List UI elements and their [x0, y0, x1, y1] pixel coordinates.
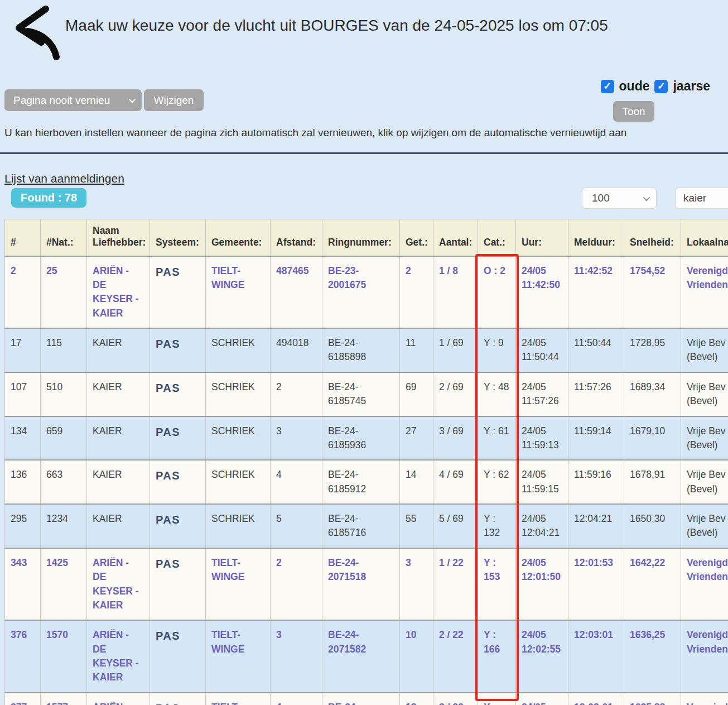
cell-num: 2 [5, 256, 41, 329]
refresh-info-text: U kan hierboven instellen wanneer de pag… [4, 127, 626, 139]
cell-gemeente: SCHRIEK [206, 372, 271, 416]
cell-melduur: 11:59:14 [568, 416, 624, 461]
col-header-systeem: Systeem: [150, 219, 206, 256]
cell-nat: 25 [41, 256, 87, 329]
cell-naam-liefhebber: KAIER [87, 460, 150, 504]
col-header-cat: Cat.: [478, 219, 516, 256]
cell-afstand: 3 [271, 620, 322, 693]
cell-naam-liefhebber: ARIËN - DE KEYSER - KAIER [87, 548, 150, 621]
back-arrow-icon[interactable] [6, 2, 61, 60]
found-count-badge: Found : 78 [11, 188, 86, 208]
cell-cat: Y : 62 [478, 460, 516, 504]
cell-naam-liefhebber: KAIER [87, 372, 150, 416]
cell-uur: 24/05 11:42:50 [516, 256, 568, 329]
cell-nat: 1234 [41, 504, 87, 548]
cell-naam-liefhebber: KAIER [87, 504, 150, 548]
cell-lokaalnaam: Verenigde Vrienden [681, 256, 728, 329]
cell-snelheid: 1678,91 [624, 460, 681, 504]
col-header-num: # [5, 219, 41, 256]
cell-snelheid: 1642,22 [624, 548, 681, 621]
table-row: 134 659 KAIER PAS SCHRIEK 3 BE-24-618593… [5, 416, 728, 461]
cell-aantal: 1 / 69 [433, 328, 478, 372]
cell-num: 134 [5, 416, 41, 461]
age-filter-group: ✓ oude ✓ jaarse [601, 79, 710, 94]
oude-checkbox[interactable]: ✓ [601, 80, 614, 93]
page-title: Maak uw keuze voor de vlucht uit BOURGES… [65, 17, 608, 35]
cell-aantal: 3 / 69 [433, 416, 478, 461]
check-icon: ✓ [603, 81, 611, 91]
cell-afstand: 487465 [271, 256, 322, 329]
cell-num: 17 [5, 328, 41, 372]
pas-logo: PAS [150, 328, 206, 372]
col-header-snelheid: Snelheid: [624, 219, 681, 256]
cell-aantal: 2 / 22 [433, 620, 478, 693]
cell-num: 107 [5, 372, 41, 416]
cell-melduur: 11:42:52 [568, 256, 624, 329]
page-size-select[interactable]: 100 [582, 188, 657, 209]
cell-cat: Y : 132 [478, 504, 516, 548]
refresh-interval-select[interactable]: Pagina nooit vernieu [4, 89, 142, 111]
table-row: 17 115 KAIER PAS SCHRIEK 494018 BE-24-61… [5, 328, 728, 372]
cell-aantal: 5 / 69 [433, 504, 478, 548]
cell-naam-liefhebber: ARIËN - DE KEYSER - KAIER [87, 620, 150, 693]
cell-snelheid: 1689,34 [624, 372, 681, 416]
oude-label: oude [619, 79, 650, 94]
cell-naam-liefhebber: ARIËN - DE KEYSER - KAIER [87, 693, 150, 705]
cell-num: 343 [5, 548, 41, 621]
cell-gemeente: TIELT-WINGE [206, 693, 271, 705]
cell-lokaalnaam: Verenigde Vrienden [681, 620, 728, 693]
cell-uur: 24/05 12:01:50 [516, 548, 568, 621]
cell-aantal: 4 / 69 [433, 460, 478, 504]
pas-logo: PAS [150, 460, 206, 504]
cell-get: 2 [400, 256, 433, 329]
page-size-value: 100 [592, 192, 610, 204]
col-header-gemeente: Gemeente: [206, 219, 271, 256]
cell-naam-liefhebber: KAIER [87, 328, 150, 372]
cell-num: 136 [5, 460, 41, 504]
cell-ringnummer: BE-24-6185898 [322, 328, 400, 372]
cell-gemeente: TIELT-WINGE [206, 548, 271, 621]
table-body: 2 25 ARIËN - DE KEYSER - KAIER PAS TIELT… [5, 256, 728, 705]
check-icon: ✓ [657, 81, 665, 91]
aanmeldingen-list-link[interactable]: Lijst van aanmeldingen [4, 172, 124, 185]
cell-snelheid: 1650,30 [624, 504, 681, 548]
jaarse-checkbox[interactable]: ✓ [654, 80, 668, 93]
cell-num: 295 [5, 504, 41, 548]
toon-button[interactable]: Toon [613, 101, 654, 122]
cell-ringnummer: BE-24-2071582 [322, 620, 400, 693]
cell-lokaalnaam: Verenigde Vrienden [681, 693, 728, 705]
cell-ringnummer: BE-24-6185936 [322, 416, 400, 461]
table-row: 343 1425 ARIËN - DE KEYSER - KAIER PAS T… [5, 548, 728, 621]
cell-ringnummer: BE-24-6185716 [322, 504, 400, 548]
cell-uur: 24/05 11:50:44 [516, 328, 568, 372]
search-input[interactable] [675, 188, 728, 209]
cell-cat: Y : 9 [478, 328, 516, 372]
col-header-afstand: Afstand: [271, 219, 322, 256]
pas-logo: PAS [150, 620, 206, 693]
cell-num: 377 [5, 693, 41, 705]
cell-naam-liefhebber: KAIER [87, 416, 150, 461]
cell-afstand: 4 [271, 693, 322, 705]
pas-logo: PAS [150, 504, 206, 548]
cell-get: 27 [400, 416, 433, 461]
cell-nat: 510 [41, 372, 87, 416]
cell-ringnummer: BE-23-2001675 [322, 256, 400, 329]
cell-gemeente: TIELT-WINGE [206, 620, 271, 693]
wijzigen-button[interactable]: Wijzigen [144, 89, 204, 111]
cell-gemeente: SCHRIEK [206, 504, 271, 548]
cell-get: 69 [400, 372, 433, 416]
cell-ringnummer: BE-24-2071485 [322, 693, 400, 705]
table-row: 376 1570 ARIËN - DE KEYSER - KAIER PAS T… [5, 620, 728, 693]
table-row: 377 1577 ARIËN - DE KEYSER - KAIER PAS T… [5, 693, 728, 705]
refresh-interval-value: Pagina nooit vernieu [13, 94, 110, 107]
cell-lokaalnaam: Vrije Bev (Bevel) [681, 416, 728, 461]
cell-melduur: 12:01:53 [568, 548, 624, 621]
cell-gemeente: SCHRIEK [206, 416, 271, 461]
cell-snelheid: 1679,10 [624, 416, 681, 461]
cell-aantal: 3 / 22 [433, 693, 478, 705]
cell-lokaalnaam: Vrije Bev (Bevel) [681, 460, 728, 504]
cell-cat: Y : 48 [478, 372, 516, 416]
cell-afstand: 3 [271, 416, 322, 461]
cell-snelheid: 1636,25 [624, 620, 681, 693]
col-header-melduur: Melduur: [568, 219, 624, 256]
